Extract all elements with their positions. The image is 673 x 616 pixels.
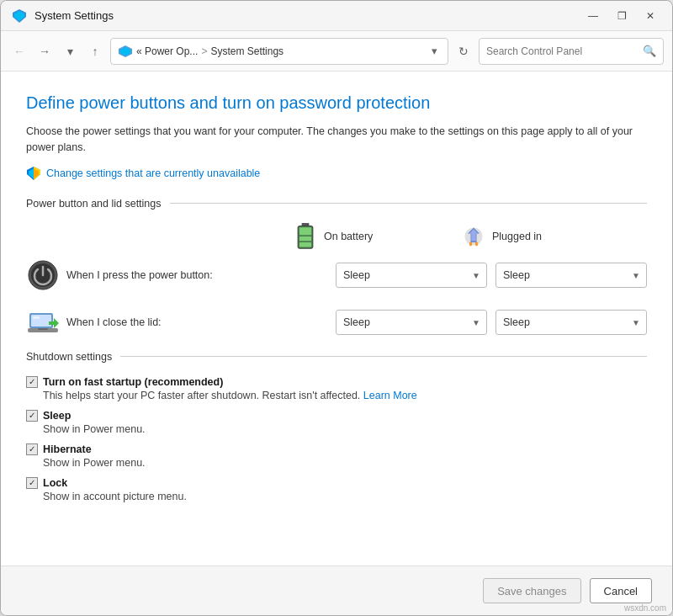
svg-rect-8 bbox=[302, 223, 310, 226]
main-window: System Settings — ❐ ✕ ← → ▾ ↑ « Power Op… bbox=[0, 0, 673, 616]
search-input[interactable] bbox=[486, 45, 638, 57]
hibernate-checkbox[interactable] bbox=[26, 443, 38, 455]
lid-icon bbox=[27, 306, 59, 338]
fast-startup-learn-more[interactable]: Learn More bbox=[363, 390, 417, 401]
power-button-on-battery-select[interactable]: Do nothing Sleep Hibernate Shut down bbox=[336, 263, 487, 288]
shutdown-section-divider bbox=[120, 356, 647, 357]
lid-plugged-in-wrapper: Do nothing Sleep Hibernate Shut down ▼ bbox=[495, 310, 647, 335]
svg-rect-24 bbox=[38, 328, 48, 330]
plugged-in-label: Plugged in bbox=[492, 231, 542, 242]
lid-on-battery-select[interactable]: Do nothing Sleep Hibernate Shut down bbox=[336, 310, 487, 335]
power-settings-section-title: Power button and lid settings bbox=[26, 198, 162, 210]
fast-startup-checkbox[interactable] bbox=[26, 376, 38, 388]
lid-icon-wrapper bbox=[26, 305, 60, 339]
svg-rect-11 bbox=[299, 236, 311, 241]
change-settings-link[interactable]: Change settings that are currently unava… bbox=[26, 166, 647, 181]
lid-row: When I close the lid: Do nothing Sleep H… bbox=[26, 304, 647, 341]
breadcrumb-prefix: « Power Op... bbox=[136, 45, 198, 57]
hibernate-row: Hibernate bbox=[26, 443, 647, 455]
power-button-label: When I press the power button: bbox=[60, 269, 336, 281]
breadcrumb-bar[interactable]: « Power Op... > System Settings ▾ bbox=[110, 38, 448, 65]
section-divider bbox=[170, 203, 647, 204]
title-bar: System Settings — ❐ ✕ bbox=[1, 1, 672, 31]
breadcrumb-separator: > bbox=[201, 45, 207, 57]
lid-plugged-in-select[interactable]: Do nothing Sleep Hibernate Shut down bbox=[495, 310, 647, 335]
maximize-button[interactable]: ❐ bbox=[610, 8, 633, 24]
power-button-on-battery-wrapper: Do nothing Sleep Hibernate Shut down ▼ bbox=[336, 263, 487, 288]
page-title: Define power buttons and turn on passwor… bbox=[26, 92, 647, 114]
save-changes-button[interactable]: Save changes bbox=[483, 578, 580, 603]
forward-button[interactable]: → bbox=[34, 41, 55, 61]
fast-startup-description: This helps start your PC faster after sh… bbox=[43, 390, 647, 401]
content-area: Define power buttons and turn on passwor… bbox=[1, 72, 672, 566]
lid-controls: Do nothing Sleep Hibernate Shut down ▼ D… bbox=[336, 310, 647, 335]
shutdown-section-title: Shutdown settings bbox=[26, 351, 112, 363]
power-button-row: When I press the power button: Do nothin… bbox=[26, 257, 647, 294]
svg-rect-10 bbox=[299, 227, 311, 235]
cancel-button[interactable]: Cancel bbox=[590, 578, 652, 603]
power-button-plugged-in-select[interactable]: Do nothing Sleep Hibernate Shut down bbox=[495, 263, 647, 288]
battery-icon bbox=[294, 223, 317, 250]
fast-startup-group: Turn on fast startup (recommended) This … bbox=[26, 376, 647, 401]
breadcrumb-power-icon bbox=[118, 44, 133, 59]
search-box: 🔍 bbox=[479, 38, 664, 65]
on-battery-header: On battery bbox=[294, 223, 462, 250]
shield-uac-icon bbox=[26, 166, 41, 181]
plugged-in-icon bbox=[462, 225, 485, 248]
power-button-plugged-in-wrapper: Do nothing Sleep Hibernate Shut down ▼ bbox=[495, 263, 647, 288]
lock-label: Lock bbox=[43, 477, 67, 489]
hibernate-group: Hibernate Show in Power menu. bbox=[26, 443, 647, 469]
back-button[interactable]: ← bbox=[9, 41, 29, 61]
hibernate-label: Hibernate bbox=[43, 443, 92, 455]
power-button-icon-wrapper bbox=[26, 258, 60, 292]
sleep-row: Sleep bbox=[26, 410, 647, 422]
svg-rect-12 bbox=[299, 242, 311, 247]
breadcrumb-current: System Settings bbox=[210, 45, 284, 57]
power-button-controls: Do nothing Sleep Hibernate Shut down ▼ D… bbox=[336, 263, 647, 288]
window-controls: — ❐ ✕ bbox=[581, 8, 662, 24]
lock-checkbox[interactable] bbox=[26, 477, 38, 489]
sleep-group: Sleep Show in Power menu. bbox=[26, 410, 647, 435]
window-title: System Settings bbox=[34, 9, 581, 22]
shutdown-section-header: Shutdown settings bbox=[26, 351, 647, 363]
power-table-header: On battery Plugged in bbox=[26, 223, 647, 250]
sleep-label: Sleep bbox=[43, 410, 71, 422]
close-button[interactable]: ✕ bbox=[639, 8, 662, 24]
hibernate-description: Show in Power menu. bbox=[43, 457, 647, 469]
plugged-in-header: Plugged in bbox=[462, 223, 630, 250]
svg-point-16 bbox=[469, 242, 473, 246]
lid-label: When I close the lid: bbox=[60, 316, 336, 328]
svg-rect-22 bbox=[33, 316, 40, 319]
sleep-description: Show in Power menu. bbox=[43, 423, 647, 435]
power-button-icon bbox=[28, 260, 58, 290]
lock-description: Show in account picture menu. bbox=[43, 491, 647, 502]
app-icon bbox=[11, 8, 28, 24]
change-settings-text: Change settings that are currently unava… bbox=[46, 167, 260, 179]
minimize-button[interactable]: — bbox=[581, 8, 605, 24]
lock-group: Lock Show in account picture menu. bbox=[26, 477, 647, 502]
up-button[interactable]: ↑ bbox=[85, 41, 105, 61]
dropdown-history-button[interactable]: ▾ bbox=[60, 41, 80, 61]
fast-startup-label: Turn on fast startup (recommended) bbox=[43, 376, 223, 388]
refresh-button[interactable]: ↻ bbox=[453, 41, 474, 61]
lock-row: Lock bbox=[26, 477, 647, 489]
address-bar: ← → ▾ ↑ « Power Op... > System Settings … bbox=[1, 31, 672, 72]
svg-point-17 bbox=[475, 242, 479, 246]
search-icon: 🔍 bbox=[643, 45, 656, 57]
footer: Save changes Cancel bbox=[1, 566, 672, 615]
breadcrumb-dropdown-button[interactable]: ▾ bbox=[428, 43, 441, 59]
power-settings-section-header: Power button and lid settings bbox=[26, 198, 647, 210]
fast-startup-row: Turn on fast startup (recommended) bbox=[26, 376, 647, 388]
sleep-checkbox[interactable] bbox=[26, 410, 38, 422]
lid-on-battery-wrapper: Do nothing Sleep Hibernate Shut down ▼ bbox=[336, 310, 487, 335]
page-description: Choose the power settings that you want … bbox=[26, 124, 647, 156]
on-battery-label: On battery bbox=[324, 231, 373, 242]
watermark: wsxdn.com bbox=[624, 603, 666, 613]
